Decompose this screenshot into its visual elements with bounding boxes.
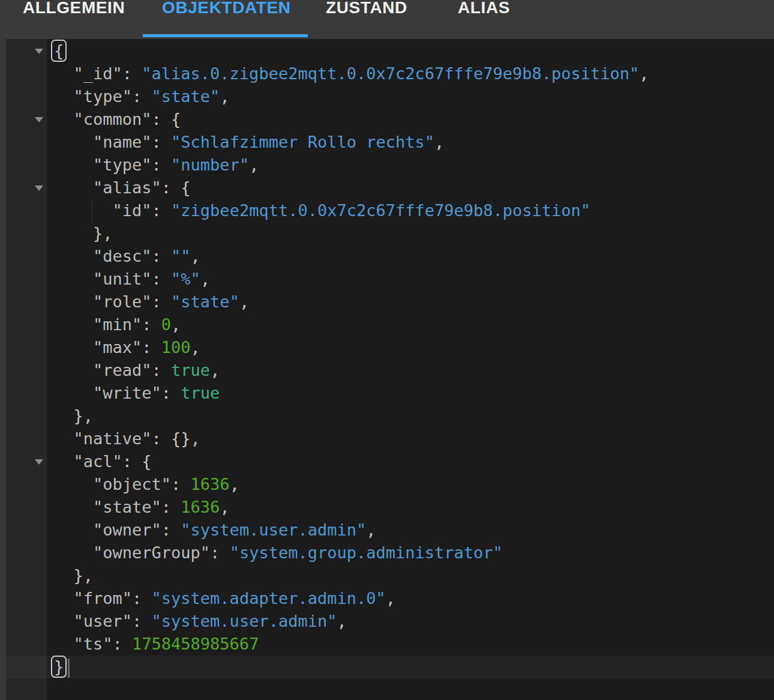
code-text[interactable]: "type": "number",	[47, 154, 774, 177]
fold-arrow-icon[interactable]	[35, 49, 43, 54]
code-text[interactable]: "id": "zigbee2mqtt.0.0x7c2c67fffe79e9b8.…	[47, 199, 774, 222]
code-line[interactable]: },	[6, 222, 774, 245]
code-text[interactable]: },	[47, 564, 774, 587]
gutter-cell	[6, 450, 47, 473]
gutter-cell	[6, 154, 47, 177]
code-line[interactable]: "id": "zigbee2mqtt.0.0x7c2c67fffe79e9b8.…	[6, 199, 774, 222]
tab-objektdaten[interactable]: OBJEKTDATEN	[162, 0, 291, 17]
code-line[interactable]: "role": "state",	[6, 291, 774, 313]
tab-zustand[interactable]: ZUSTAND	[326, 0, 407, 17]
code-line[interactable]: },	[6, 405, 774, 427]
code-line[interactable]: "ts": 1758458985667	[6, 633, 774, 656]
matched-bracket: {	[51, 40, 67, 62]
gutter-cell	[6, 427, 47, 450]
gutter-cell	[6, 268, 47, 291]
code-text[interactable]: "ts": 1758458985667	[47, 633, 774, 656]
code-text[interactable]: "ownerGroup": "system.group.administrato…	[47, 542, 774, 564]
fold-arrow-icon[interactable]	[35, 459, 43, 465]
code-line[interactable]: }	[6, 656, 774, 678]
code-text[interactable]: "unit": "%",	[47, 268, 774, 291]
code-line[interactable]: "ownerGroup": "system.group.administrato…	[6, 542, 774, 564]
gutter-cell	[6, 108, 47, 131]
tab-bar: ALLGEMEIN OBJEKTDATEN ZUSTAND ALIAS	[0, 0, 774, 39]
code-text[interactable]: }	[47, 656, 774, 678]
code-line[interactable]: "write": true	[6, 382, 774, 405]
code-text[interactable]: "common": {	[47, 108, 774, 131]
code-text[interactable]: "name": "Schlafzimmer Rollo rechts",	[47, 131, 774, 154]
code-text[interactable]: "user": "system.user.admin",	[47, 610, 774, 633]
json-editor[interactable]: { "_id": "alias.0.zigbee2mqtt.0.0x7c2c67…	[0, 39, 774, 700]
code-text[interactable]: "alias": {	[47, 177, 774, 199]
code-text[interactable]: "native": {},	[47, 427, 774, 450]
code-line[interactable]: {	[6, 40, 774, 62]
gutter-cell	[6, 85, 47, 108]
code-lines: { "_id": "alias.0.zigbee2mqtt.0.0x7c2c67…	[6, 40, 774, 678]
gutter-cell	[6, 40, 47, 62]
code-line[interactable]: "max": 100,	[6, 336, 774, 359]
code-line[interactable]: "min": 0,	[6, 313, 774, 336]
gutter-cell	[6, 610, 47, 633]
gutter-cell	[6, 564, 47, 587]
code-text[interactable]: "acl": {	[47, 450, 774, 473]
gutter-cell	[6, 245, 47, 268]
code-line[interactable]: "user": "system.user.admin",	[6, 610, 774, 633]
code-text[interactable]: "write": true	[47, 382, 774, 405]
code-text[interactable]: "read": true,	[47, 359, 774, 382]
code-text[interactable]: },	[47, 222, 774, 245]
code-line[interactable]: "name": "Schlafzimmer Rollo rechts",	[6, 131, 774, 154]
code-line[interactable]: "alias": {	[6, 177, 774, 199]
text-cursor	[68, 659, 70, 678]
code-text[interactable]: "max": 100,	[47, 336, 774, 359]
code-line[interactable]: "object": 1636,	[6, 473, 774, 496]
gutter-cell	[6, 62, 47, 85]
editor-left-padding	[0, 39, 6, 700]
gutter-cell	[6, 131, 47, 154]
matched-bracket: }	[51, 656, 67, 678]
code-line[interactable]: "common": {	[6, 108, 774, 131]
code-text[interactable]: "owner": "system.user.admin",	[47, 519, 774, 542]
gutter-cell	[6, 177, 47, 199]
gutter-cell	[6, 199, 47, 222]
code-text[interactable]: "object": 1636,	[47, 473, 774, 496]
code-text[interactable]: "min": 0,	[47, 313, 774, 336]
gutter-cell	[6, 336, 47, 359]
code-text[interactable]: "type": "state",	[47, 85, 774, 108]
gutter-cell	[6, 656, 47, 678]
gutter-cell	[6, 542, 47, 564]
code-line[interactable]: "owner": "system.user.admin",	[6, 519, 774, 542]
code-text[interactable]: },	[47, 405, 774, 427]
code-text[interactable]: "from": "system.adapter.admin.0",	[47, 587, 774, 610]
gutter-cell	[6, 519, 47, 542]
tab-alias[interactable]: ALIAS	[458, 0, 510, 17]
code-text[interactable]: "desc": "",	[47, 245, 774, 268]
code-text[interactable]: "role": "state",	[47, 291, 774, 313]
gutter-cell	[6, 405, 47, 427]
code-line[interactable]: "from": "system.adapter.admin.0",	[6, 587, 774, 610]
code-line[interactable]: "type": "state",	[6, 85, 774, 108]
gutter-cell	[6, 382, 47, 405]
tab-allgemein[interactable]: ALLGEMEIN	[23, 0, 125, 17]
gutter-cell	[6, 587, 47, 610]
indent-guide	[91, 199, 92, 222]
code-line[interactable]: "unit": "%",	[6, 268, 774, 291]
code-text[interactable]: {	[47, 40, 774, 62]
code-line[interactable]: "desc": "",	[6, 245, 774, 268]
code-line[interactable]: "read": true,	[6, 359, 774, 382]
code-line[interactable]: "type": "number",	[6, 154, 774, 177]
gutter-cell	[6, 496, 47, 519]
gutter-cell	[6, 222, 47, 245]
gutter-cell	[6, 359, 47, 382]
code-line[interactable]: "state": 1636,	[6, 496, 774, 519]
code-line[interactable]: "acl": {	[6, 450, 774, 473]
gutter-cell	[6, 313, 47, 336]
code-line[interactable]: },	[6, 564, 774, 587]
gutter-cell	[6, 291, 47, 313]
fold-arrow-icon[interactable]	[35, 186, 43, 191]
code-text[interactable]: "state": 1636,	[47, 496, 774, 519]
code-line[interactable]: "_id": "alias.0.zigbee2mqtt.0.0x7c2c67ff…	[6, 62, 774, 85]
fold-arrow-icon[interactable]	[35, 117, 43, 122]
gutter-cell	[6, 633, 47, 656]
code-line[interactable]: "native": {},	[6, 427, 774, 450]
code-text[interactable]: "_id": "alias.0.zigbee2mqtt.0.0x7c2c67ff…	[47, 62, 774, 85]
active-tab-underline	[143, 34, 308, 37]
